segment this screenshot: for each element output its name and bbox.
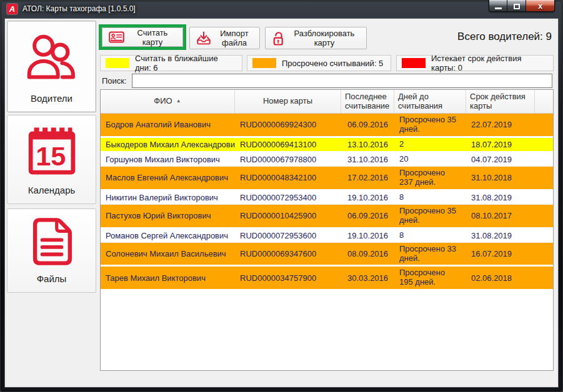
column-header-card[interactable]: Номер карты <box>235 90 341 113</box>
window-title: АТОЛ: Карты тахографа [1.0.5.0] <box>22 0 136 19</box>
table-row[interactable]: Солоневич Михаил Васильевич RUD000006934… <box>101 243 553 267</box>
cell-days: 20 <box>394 153 466 166</box>
cell-expiry: 31.10.2018 <box>466 173 535 182</box>
read-card-button[interactable]: Считать карту <box>102 27 183 47</box>
cell-fio: Бодров Анатолий Иванович <box>101 120 235 129</box>
table-row[interactable]: Горшунов Михаил Викторович RUD0000067978… <box>101 153 553 167</box>
column-header-fio[interactable]: ФИО ▲ <box>101 90 235 113</box>
cell-card: RUD0000069924300 <box>235 120 341 129</box>
cell-last-read: 13.10.2016 <box>341 140 394 149</box>
table-header: ФИО ▲ Номер карты Последнее считывание Д… <box>101 90 553 114</box>
cell-days: Просрочено 33 дней. <box>394 243 466 265</box>
cell-card: RUD0000072953600 <box>235 231 341 240</box>
sidebar-item-label: Календарь <box>28 185 76 203</box>
cell-expiry: 31.08.2019 <box>466 231 535 240</box>
cell-expiry: 31.08.2019 <box>466 193 535 202</box>
sidebar-item-drivers[interactable]: Водители <box>7 21 96 112</box>
cell-fio: Романов Сергей Александрович <box>101 231 235 240</box>
cell-last-read: 30.03.2016 <box>341 273 394 283</box>
open-padlock-icon <box>272 31 284 46</box>
cell-card: RUD0000034757900 <box>235 273 341 283</box>
import-tray-icon <box>196 31 211 45</box>
cell-expiry: 18.07.2019 <box>466 140 535 149</box>
cell-days: 2 <box>394 138 466 151</box>
drivers-table: ФИО ▲ Номер карты Последнее считывание Д… <box>100 89 554 371</box>
minimize-button[interactable] <box>489 0 507 12</box>
column-header-last-read[interactable]: Последнее считывание <box>341 90 394 113</box>
cell-days: Просрочено 35 дней. <box>394 114 466 136</box>
column-header-filler <box>535 90 553 113</box>
cell-last-read: 31.10.2016 <box>341 155 394 164</box>
title-bar[interactable]: A АТОЛ: Карты тахографа [1.0.5.0] <box>0 0 563 19</box>
people-icon <box>7 21 96 93</box>
column-header-days[interactable]: Дней до считывания <box>394 90 466 113</box>
window-controls: x <box>489 0 555 12</box>
column-header-expiry[interactable]: Срок действия карты <box>466 90 535 113</box>
sidebar-item-label: Файлы <box>37 273 67 292</box>
cell-last-read: 19.10.2016 <box>341 231 394 240</box>
restore-icon <box>514 4 520 9</box>
table-row[interactable]: Быкодеров Михаил Александрович RUD000006… <box>101 138 553 153</box>
cell-last-read: 08.09.2016 <box>341 249 394 258</box>
read-card-label: Считать карту <box>129 28 176 47</box>
legend-expiring-label: Истекает срок действия карты: 0 <box>431 54 547 72</box>
cell-expiry: 04.07.2019 <box>466 155 535 164</box>
cell-fio: Никитин Валерий Викторович <box>101 193 235 202</box>
document-icon <box>7 209 96 273</box>
cell-last-read: 06.09.2016 <box>341 211 394 220</box>
total-drivers-label: Всего водителей: 9 <box>457 31 552 43</box>
app-window: A АТОЛ: Карты тахографа [1.0.5.0] x Води… <box>0 0 563 392</box>
cell-fio: Маслов Евгений Александрович <box>101 173 235 182</box>
sidebar-item-files[interactable]: Файлы <box>7 208 96 293</box>
cell-card: RUD0000069413100 <box>235 140 341 149</box>
cell-expiry: 16.07.2019 <box>466 249 535 258</box>
cell-card: RUD0000067978800 <box>235 155 341 164</box>
cell-expiry: 02.06.2018 <box>466 273 535 283</box>
cell-fio: Быкодеров Михаил Александрович <box>101 140 235 149</box>
cell-days: 8 <box>394 191 466 204</box>
table-row[interactable]: Тарев Михаил Викторович RUD0000034757900… <box>101 267 553 291</box>
table-row[interactable]: Бодров Анатолий Иванович RUD000006992430… <box>101 114 553 138</box>
cell-fio: Горшунов Михаил Викторович <box>101 155 235 164</box>
search-input[interactable] <box>132 74 552 88</box>
cell-fio: Пастухов Юрий Викторович <box>101 211 235 220</box>
table-row[interactable]: Никитин Валерий Викторович RUD0000072953… <box>101 191 553 205</box>
cell-card: RUD0000048342100 <box>235 173 341 182</box>
sidebar-item-calendar[interactable]: 15 Календарь <box>7 115 96 204</box>
legend-upcoming-label: Считать в ближайшие дни: 6 <box>135 54 236 72</box>
yellow-swatch-icon <box>106 58 129 68</box>
unlock-card-label: Разблокировать карту <box>289 29 360 47</box>
calendar-icon: 15 <box>7 115 96 185</box>
cell-days: Просрочено 195 дней. <box>394 267 466 289</box>
cell-expiry: 22.07.2019 <box>466 120 535 129</box>
sort-ascending-icon: ▲ <box>176 99 181 104</box>
import-file-button[interactable]: Импорт файла <box>189 27 260 49</box>
red-swatch-icon <box>402 58 426 68</box>
table-row[interactable]: Маслов Евгений Александрович RUD00000483… <box>101 167 553 191</box>
search-label: Поиск: <box>102 76 127 86</box>
unlock-card-button[interactable]: Разблокировать карту <box>265 27 367 49</box>
orange-swatch-icon <box>252 58 276 68</box>
cell-expiry: 08.10.2017 <box>466 211 535 220</box>
calendar-day: 15 <box>36 141 66 171</box>
legend-overdue-label: Просрочено считываний: 5 <box>282 59 383 68</box>
restore-button[interactable] <box>507 0 526 12</box>
cell-card: RUD0000010425900 <box>235 211 341 220</box>
id-card-icon <box>109 31 124 43</box>
sidebar-item-label: Водители <box>31 93 72 112</box>
import-file-label: Импорт файла <box>216 29 253 47</box>
table-row[interactable]: Романов Сергей Александрович RUD00000729… <box>101 229 553 243</box>
cell-card: RUD0000069347600 <box>235 249 341 258</box>
cell-last-read: 19.10.2016 <box>341 193 394 202</box>
cell-days: Просрочено 35 дней. <box>394 205 466 227</box>
minimize-icon <box>495 7 502 9</box>
table-row[interactable]: Пастухов Юрий Викторович RUD000001042590… <box>101 205 553 229</box>
cell-card: RUD0000072953400 <box>235 193 341 202</box>
table-body: Бодров Анатолий Иванович RUD000006992430… <box>101 114 553 291</box>
cell-last-read: 17.02.2016 <box>341 173 394 182</box>
close-icon: x <box>538 1 542 11</box>
legend-expiring: Истекает срок действия карты: 0 <box>396 55 554 71</box>
legend-overdue: Просрочено считываний: 5 <box>247 55 391 71</box>
close-button[interactable]: x <box>526 0 555 12</box>
cell-fio: Солоневич Михаил Васильевич <box>101 249 235 258</box>
